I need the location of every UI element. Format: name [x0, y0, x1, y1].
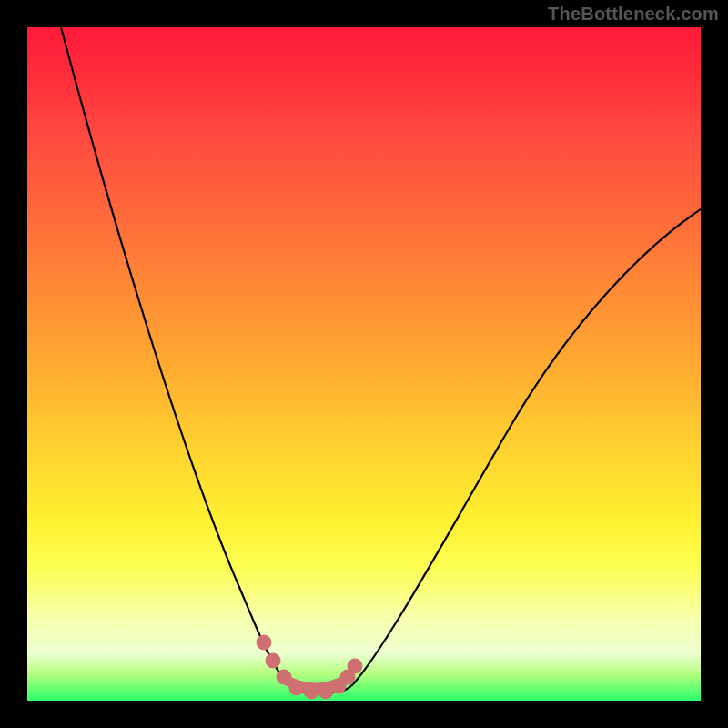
watermark-text: TheBottleneck.com — [548, 4, 719, 25]
bottleneck-curve — [61, 27, 701, 693]
optimal-marker — [266, 653, 280, 668]
optimal-marker — [257, 635, 271, 650]
optimal-marker — [348, 659, 362, 673]
chart-container: TheBottleneck.com — [0, 0, 728, 728]
chart-svg — [27, 27, 701, 701]
curve-left — [61, 27, 287, 682]
curve-right — [353, 209, 701, 684]
plot-area — [27, 27, 701, 701]
optimal-marker-connector — [284, 679, 348, 688]
